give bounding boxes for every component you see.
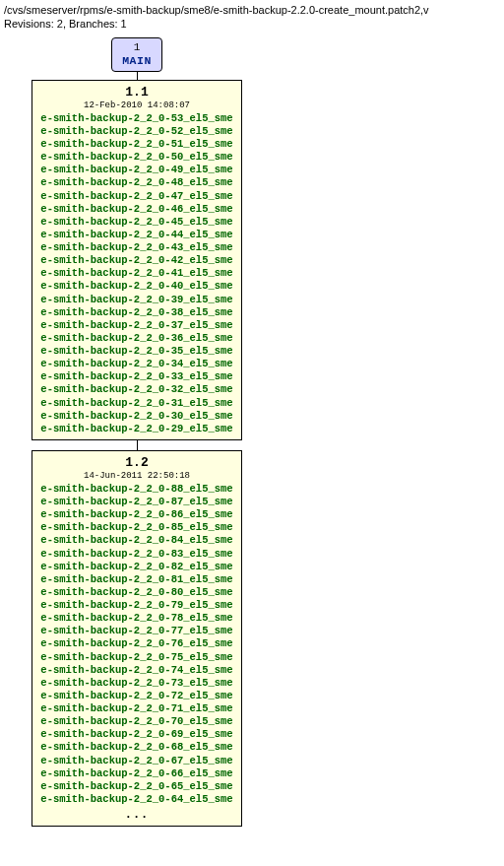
tag-item[interactable]: e-smith-backup-2_2_0-64_el5_sme: [40, 793, 232, 806]
tag-item[interactable]: e-smith-backup-2_2_0-53_el5_sme: [40, 112, 232, 125]
ellipsis-icon: ...: [40, 808, 232, 822]
tag-item[interactable]: e-smith-backup-2_2_0-73_el5_sme: [40, 677, 232, 690]
revision-graph: 1 MAIN 1.112-Feb-2010 14:08:07e-smith-ba…: [4, 37, 270, 827]
revision-number: 1.2: [40, 455, 232, 470]
tag-item[interactable]: e-smith-backup-2_2_0-70_el5_sme: [40, 715, 232, 728]
tag-item[interactable]: e-smith-backup-2_2_0-78_el5_sme: [40, 612, 232, 625]
tag-item[interactable]: e-smith-backup-2_2_0-49_el5_sme: [40, 164, 232, 176]
tag-item[interactable]: e-smith-backup-2_2_0-32_el5_sme: [40, 383, 232, 396]
tag-item[interactable]: e-smith-backup-2_2_0-86_el5_sme: [40, 508, 232, 521]
tag-item[interactable]: e-smith-backup-2_2_0-36_el5_sme: [40, 332, 232, 345]
tag-item[interactable]: e-smith-backup-2_2_0-33_el5_sme: [40, 370, 232, 383]
tag-item[interactable]: e-smith-backup-2_2_0-42_el5_sme: [40, 254, 232, 267]
tag-list: e-smith-backup-2_2_0-53_el5_smee-smith-b…: [40, 112, 232, 435]
tag-item[interactable]: e-smith-backup-2_2_0-34_el5_sme: [40, 358, 232, 370]
tag-item[interactable]: e-smith-backup-2_2_0-35_el5_sme: [40, 345, 232, 358]
tag-item[interactable]: e-smith-backup-2_2_0-31_el5_sme: [40, 397, 232, 410]
file-path: /cvs/smeserver/rpms/e-smith-backup/sme8/…: [4, 4, 500, 16]
tag-item[interactable]: e-smith-backup-2_2_0-79_el5_sme: [40, 599, 232, 612]
tag-item[interactable]: e-smith-backup-2_2_0-75_el5_sme: [40, 651, 232, 664]
branch-name: MAIN: [122, 54, 152, 67]
tag-item[interactable]: e-smith-backup-2_2_0-40_el5_sme: [40, 280, 232, 293]
tag-item[interactable]: e-smith-backup-2_2_0-44_el5_sme: [40, 229, 232, 241]
tag-item[interactable]: e-smith-backup-2_2_0-46_el5_sme: [40, 203, 232, 216]
tag-item[interactable]: e-smith-backup-2_2_0-72_el5_sme: [40, 690, 232, 702]
revision-node[interactable]: 1.214-Jun-2011 22:50:18e-smith-backup-2_…: [32, 450, 241, 827]
tag-item[interactable]: e-smith-backup-2_2_0-71_el5_sme: [40, 702, 232, 715]
tag-item[interactable]: e-smith-backup-2_2_0-39_el5_sme: [40, 294, 232, 306]
tag-item[interactable]: e-smith-backup-2_2_0-48_el5_sme: [40, 176, 232, 189]
tag-item[interactable]: e-smith-backup-2_2_0-74_el5_sme: [40, 664, 232, 677]
tag-item[interactable]: e-smith-backup-2_2_0-82_el5_sme: [40, 561, 232, 573]
tag-item[interactable]: e-smith-backup-2_2_0-37_el5_sme: [40, 319, 232, 332]
tag-item[interactable]: e-smith-backup-2_2_0-67_el5_sme: [40, 755, 232, 767]
tag-item[interactable]: e-smith-backup-2_2_0-47_el5_sme: [40, 190, 232, 203]
tag-item[interactable]: e-smith-backup-2_2_0-65_el5_sme: [40, 780, 232, 793]
tag-item[interactable]: e-smith-backup-2_2_0-85_el5_sme: [40, 521, 232, 534]
tag-item[interactable]: e-smith-backup-2_2_0-50_el5_sme: [40, 151, 232, 164]
tag-item[interactable]: e-smith-backup-2_2_0-41_el5_sme: [40, 267, 232, 280]
branch-node[interactable]: 1 MAIN: [111, 37, 162, 72]
tag-item[interactable]: e-smith-backup-2_2_0-30_el5_sme: [40, 410, 232, 423]
tag-item[interactable]: e-smith-backup-2_2_0-38_el5_sme: [40, 306, 232, 319]
tag-item[interactable]: e-smith-backup-2_2_0-66_el5_sme: [40, 767, 232, 780]
tag-item[interactable]: e-smith-backup-2_2_0-68_el5_sme: [40, 741, 232, 754]
tag-item[interactable]: e-smith-backup-2_2_0-87_el5_sme: [40, 496, 232, 508]
connector-line: [137, 440, 138, 450]
revision-node[interactable]: 1.112-Feb-2010 14:08:07e-smith-backup-2_…: [32, 80, 241, 440]
revision-summary: Revisions: 2, Branches: 1: [4, 18, 500, 30]
revision-number: 1.1: [40, 85, 232, 100]
revision-date: 12-Feb-2010 14:08:07: [40, 100, 232, 110]
connector-line: [137, 72, 138, 80]
tag-item[interactable]: e-smith-backup-2_2_0-43_el5_sme: [40, 241, 232, 254]
tag-item[interactable]: e-smith-backup-2_2_0-76_el5_sme: [40, 637, 232, 650]
tag-item[interactable]: e-smith-backup-2_2_0-45_el5_sme: [40, 216, 232, 229]
tag-item[interactable]: e-smith-backup-2_2_0-88_el5_sme: [40, 483, 232, 496]
tag-item[interactable]: e-smith-backup-2_2_0-80_el5_sme: [40, 586, 232, 599]
tag-item[interactable]: e-smith-backup-2_2_0-52_el5_sme: [40, 125, 232, 138]
branch-number: 1: [122, 41, 152, 54]
tag-item[interactable]: e-smith-backup-2_2_0-51_el5_sme: [40, 138, 232, 151]
tag-item[interactable]: e-smith-backup-2_2_0-69_el5_sme: [40, 728, 232, 741]
tag-item[interactable]: e-smith-backup-2_2_0-84_el5_sme: [40, 534, 232, 547]
tag-item[interactable]: e-smith-backup-2_2_0-83_el5_sme: [40, 548, 232, 561]
tag-item[interactable]: e-smith-backup-2_2_0-81_el5_sme: [40, 573, 232, 586]
tag-list: e-smith-backup-2_2_0-88_el5_smee-smith-b…: [40, 483, 232, 822]
tag-item[interactable]: e-smith-backup-2_2_0-29_el5_sme: [40, 423, 232, 435]
tag-item[interactable]: e-smith-backup-2_2_0-77_el5_sme: [40, 625, 232, 637]
revision-date: 14-Jun-2011 22:50:18: [40, 471, 232, 481]
